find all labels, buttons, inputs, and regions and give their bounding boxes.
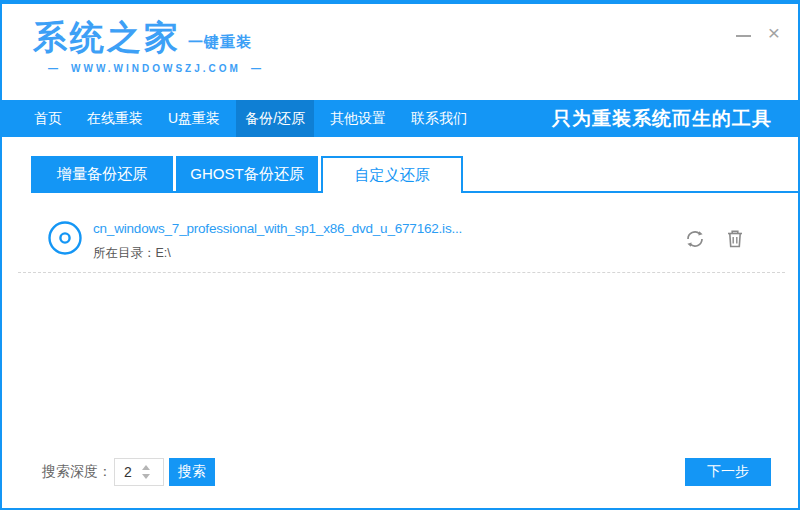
- app-window: 系统之家 一键重装 — WWW.WINDOWSZJ.COM — × 首页 在线重…: [0, 0, 800, 510]
- stepper-arrows[interactable]: [142, 465, 150, 479]
- refresh-icon[interactable]: [684, 228, 706, 250]
- logo-website: — WWW.WINDOWSZJ.COM —: [38, 63, 274, 74]
- file-name-link[interactable]: cn_windows_7_professional_with_sp1_x86_d…: [93, 221, 462, 236]
- nav-slogan: 只为重装系统而生的工具: [552, 100, 772, 137]
- search-depth-stepper[interactable]: [114, 458, 164, 486]
- minimize-icon[interactable]: [736, 35, 751, 37]
- nav-item-usb-reinstall[interactable]: U盘重装: [159, 100, 229, 137]
- nav-item-home[interactable]: 首页: [25, 100, 71, 137]
- app-logo: 系统之家 一键重装 — WWW.WINDOWSZJ.COM —: [33, 18, 274, 74]
- tab-bar: 增量备份还原 GHOST备份还原 自定义还原: [31, 156, 798, 193]
- dash-right: —: [251, 63, 264, 74]
- nav-item-other-settings[interactable]: 其他设置: [321, 100, 395, 137]
- search-depth-controls: 搜索深度： 搜索: [42, 458, 215, 486]
- next-step-button[interactable]: 下一步: [685, 458, 771, 486]
- stepper-up-icon[interactable]: [142, 465, 150, 470]
- tab-incremental-backup-restore[interactable]: 增量备份还原: [31, 156, 173, 191]
- dash-left: —: [48, 63, 61, 74]
- logo-subtitle: 一键重装: [188, 33, 252, 52]
- search-depth-input[interactable]: [115, 464, 141, 480]
- main-nav: 首页 在线重装 U盘重装 备份/还原 其他设置 联系我们 只为重装系统而生的工具: [2, 100, 798, 137]
- tab-custom-restore[interactable]: 自定义还原: [321, 156, 463, 193]
- disc-icon: [47, 220, 83, 256]
- trash-icon[interactable]: [724, 228, 746, 250]
- logo-title: 系统之家: [33, 18, 181, 56]
- search-depth-label: 搜索深度：: [42, 463, 112, 481]
- close-icon[interactable]: ×: [763, 22, 785, 44]
- website-text: WWW.WINDOWSZJ.COM: [71, 63, 241, 74]
- tab-ghost-backup-restore[interactable]: GHOST备份还原: [176, 156, 318, 191]
- file-directory-label: 所在目录：E:\: [93, 245, 171, 262]
- list-divider: [18, 272, 785, 273]
- search-button[interactable]: 搜索: [169, 458, 215, 486]
- stepper-down-icon[interactable]: [142, 474, 150, 479]
- nav-item-backup-restore[interactable]: 备份/还原: [236, 100, 314, 137]
- nav-item-contact-us[interactable]: 联系我们: [402, 100, 476, 137]
- nav-item-online-reinstall[interactable]: 在线重装: [78, 100, 152, 137]
